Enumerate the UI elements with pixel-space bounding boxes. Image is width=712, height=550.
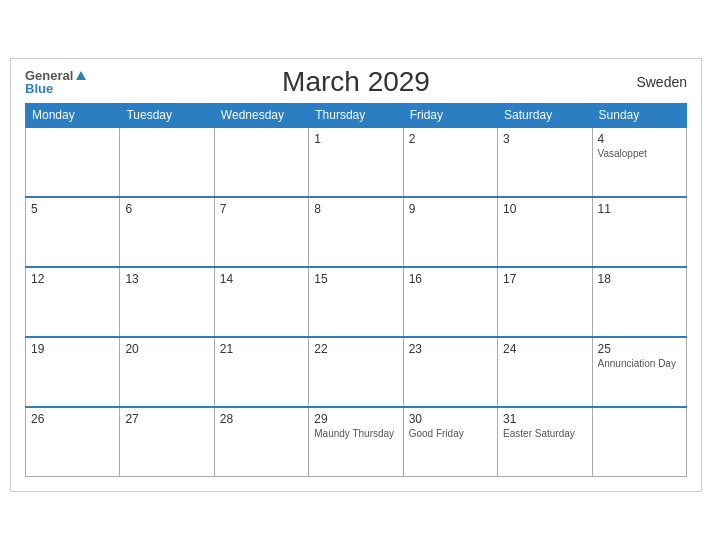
day-number: 7 <box>220 202 303 216</box>
day-number: 5 <box>31 202 114 216</box>
calendar-cell: 8 <box>309 197 403 267</box>
calendar-cell: 17 <box>498 267 592 337</box>
calendar-cell <box>120 127 214 197</box>
day-number: 28 <box>220 412 303 426</box>
calendar-cell: 13 <box>120 267 214 337</box>
day-number: 4 <box>598 132 681 146</box>
day-number: 18 <box>598 272 681 286</box>
day-number: 24 <box>503 342 586 356</box>
day-number: 30 <box>409 412 492 426</box>
calendar-cell: 24 <box>498 337 592 407</box>
day-number: 17 <box>503 272 586 286</box>
calendar-cell: 14 <box>214 267 308 337</box>
calendar-cell: 20 <box>120 337 214 407</box>
day-number: 2 <box>409 132 492 146</box>
calendar-title: March 2029 <box>282 66 430 98</box>
calendar-cell: 7 <box>214 197 308 267</box>
calendar-cell: 31Easter Saturday <box>498 407 592 477</box>
calendar-cell: 19 <box>26 337 120 407</box>
holiday-label: Easter Saturday <box>503 428 586 440</box>
calendar-cell: 1 <box>309 127 403 197</box>
day-number: 9 <box>409 202 492 216</box>
weekday-header-row: Monday Tuesday Wednesday Thursday Friday… <box>26 103 687 127</box>
header-thursday: Thursday <box>309 103 403 127</box>
header-sunday: Sunday <box>592 103 686 127</box>
calendar-cell: 26 <box>26 407 120 477</box>
header-monday: Monday <box>26 103 120 127</box>
calendar-cell <box>26 127 120 197</box>
day-number: 19 <box>31 342 114 356</box>
calendar-cell: 5 <box>26 197 120 267</box>
calendar-cell: 29Maundy Thursday <box>309 407 403 477</box>
header-tuesday: Tuesday <box>120 103 214 127</box>
calendar-week-row: 19202122232425Annunciation Day <box>26 337 687 407</box>
calendar-cell: 15 <box>309 267 403 337</box>
calendar-cell: 16 <box>403 267 497 337</box>
calendar-week-row: 26272829Maundy Thursday30Good Friday31Ea… <box>26 407 687 477</box>
calendar-cell: 10 <box>498 197 592 267</box>
calendar-cell: 25Annunciation Day <box>592 337 686 407</box>
day-number: 26 <box>31 412 114 426</box>
calendar-week-row: 567891011 <box>26 197 687 267</box>
holiday-label: Good Friday <box>409 428 492 440</box>
day-number: 20 <box>125 342 208 356</box>
calendar-cell: 30Good Friday <box>403 407 497 477</box>
day-number: 31 <box>503 412 586 426</box>
day-number: 3 <box>503 132 586 146</box>
calendar-cell: 4Vasaloppet <box>592 127 686 197</box>
calendar-cell: 23 <box>403 337 497 407</box>
day-number: 16 <box>409 272 492 286</box>
day-number: 12 <box>31 272 114 286</box>
calendar-cell: 28 <box>214 407 308 477</box>
day-number: 1 <box>314 132 397 146</box>
logo: General Blue <box>25 69 86 95</box>
day-number: 21 <box>220 342 303 356</box>
calendar-cell: 12 <box>26 267 120 337</box>
header-wednesday: Wednesday <box>214 103 308 127</box>
day-number: 23 <box>409 342 492 356</box>
logo-general: General <box>25 69 73 82</box>
day-number: 25 <box>598 342 681 356</box>
calendar-cell: 3 <box>498 127 592 197</box>
header-saturday: Saturday <box>498 103 592 127</box>
holiday-label: Maundy Thursday <box>314 428 397 440</box>
calendar-cell: 6 <box>120 197 214 267</box>
day-number: 29 <box>314 412 397 426</box>
calendar-cell: 21 <box>214 337 308 407</box>
calendar-cell <box>214 127 308 197</box>
day-number: 27 <box>125 412 208 426</box>
calendar-week-row: 12131415161718 <box>26 267 687 337</box>
logo-triangle-icon <box>76 71 86 80</box>
logo-blue: Blue <box>25 82 86 95</box>
day-number: 6 <box>125 202 208 216</box>
day-number: 22 <box>314 342 397 356</box>
calendar-table: Monday Tuesday Wednesday Thursday Friday… <box>25 103 687 478</box>
holiday-label: Annunciation Day <box>598 358 681 370</box>
day-number: 13 <box>125 272 208 286</box>
calendar-cell: 9 <box>403 197 497 267</box>
day-number: 8 <box>314 202 397 216</box>
calendar-header: General Blue March 2029 Sweden <box>25 69 687 95</box>
calendar-week-row: 1234Vasaloppet <box>26 127 687 197</box>
calendar-cell: 11 <box>592 197 686 267</box>
calendar-cell: 22 <box>309 337 403 407</box>
calendar-cell <box>592 407 686 477</box>
calendar-container: General Blue March 2029 Sweden Monday Tu… <box>10 58 702 493</box>
holiday-label: Vasaloppet <box>598 148 681 160</box>
calendar-cell: 18 <box>592 267 686 337</box>
day-number: 10 <box>503 202 586 216</box>
calendar-cell: 2 <box>403 127 497 197</box>
header-friday: Friday <box>403 103 497 127</box>
day-number: 14 <box>220 272 303 286</box>
calendar-cell: 27 <box>120 407 214 477</box>
day-number: 15 <box>314 272 397 286</box>
day-number: 11 <box>598 202 681 216</box>
country-label: Sweden <box>636 74 687 90</box>
